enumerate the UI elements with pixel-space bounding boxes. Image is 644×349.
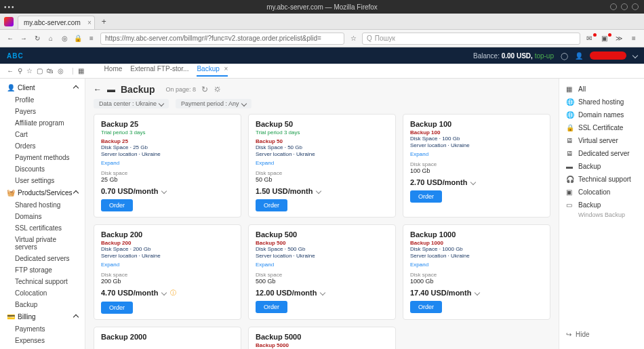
right-nav-item[interactable]: 🖥Dedicated server: [559, 147, 644, 160]
breadcrumb-current[interactable]: Backup ×: [197, 65, 228, 77]
nav-products-item[interactable]: Dedicated servers: [0, 253, 85, 264]
page-back-button[interactable]: ←: [94, 85, 102, 94]
order-button[interactable]: Order: [410, 190, 442, 203]
nav-products-item[interactable]: Backup: [0, 299, 85, 310]
grid-icon[interactable]: ▦: [78, 67, 84, 75]
nav-client-item[interactable]: Payment methods: [0, 152, 85, 163]
breadcrumb-home[interactable]: Home: [104, 65, 123, 77]
right-nav-item[interactable]: ▣Colocation: [559, 186, 644, 199]
search-bar[interactable]: Q Пошук: [362, 33, 580, 45]
collapse-icon[interactable]: [73, 314, 79, 319]
price-dropdown-icon[interactable]: [470, 180, 476, 185]
order-button[interactable]: Order: [410, 301, 442, 313]
star-icon[interactable]: ☆: [26, 67, 33, 75]
right-nav-item[interactable]: 🌐Shared hosting: [559, 96, 644, 108]
nav-products-item[interactable]: SSL certificates: [0, 222, 85, 234]
help-icon[interactable]: ◎: [58, 67, 64, 75]
overflow-menu-icon[interactable]: ≫: [614, 35, 624, 42]
nav-billing-item[interactable]: Expenses: [0, 335, 85, 346]
nav-client-item[interactable]: Affiliate program: [0, 117, 85, 129]
address-bar[interactable]: https://my.abc-server.com/billmgr#?func=…: [100, 33, 344, 45]
nav-products-item[interactable]: Technical support: [0, 276, 85, 287]
right-nav-backup-active[interactable]: ▭ Backup: [559, 199, 644, 211]
refresh-icon[interactable]: ↻: [201, 85, 208, 94]
box-icon[interactable]: ▢: [37, 67, 43, 75]
nav-products-item[interactable]: Shared hosting: [0, 199, 85, 211]
right-nav-item[interactable]: 🎧Technical support: [559, 173, 644, 186]
nav-products-item[interactable]: Virtual private servers: [0, 234, 85, 253]
nav-back-button[interactable]: ←: [5, 35, 15, 42]
right-nav-item[interactable]: ▦All: [559, 83, 644, 96]
right-nav-sub-item[interactable]: Windows Backup: [559, 211, 644, 218]
nav-client-item[interactable]: Cart: [0, 129, 85, 140]
collapse-icon[interactable]: [73, 190, 79, 195]
expand-link[interactable]: Expand: [410, 262, 543, 268]
os-close-icon[interactable]: [632, 3, 639, 10]
order-button[interactable]: Order: [256, 301, 287, 313]
settings-icon[interactable]: ⛭: [214, 85, 222, 94]
expand-link[interactable]: Expand: [101, 262, 234, 268]
user-icon[interactable]: 👤: [575, 52, 583, 60]
nav-client-item[interactable]: Profile: [0, 94, 85, 106]
expand-link[interactable]: Expand: [410, 151, 543, 157]
nav-forward-button[interactable]: →: [19, 35, 28, 42]
tab-close-icon[interactable]: ×: [87, 19, 92, 26]
nav-client-item[interactable]: User settings: [0, 175, 85, 186]
topup-link[interactable]: top-up: [535, 52, 554, 60]
expand-link[interactable]: Expand: [256, 160, 388, 166]
nav-products-item[interactable]: FTP storage: [0, 264, 85, 276]
bookmark-star-icon[interactable]: ☆: [348, 35, 358, 42]
new-tab-button[interactable]: +: [98, 17, 110, 26]
order-button[interactable]: Order: [101, 199, 133, 211]
right-nav-item[interactable]: 🌐Domain names: [559, 108, 644, 121]
os-min-icon[interactable]: [610, 3, 617, 10]
inbox-icon[interactable]: ✉: [584, 35, 594, 42]
notification-icon[interactable]: ◯: [561, 52, 568, 60]
brand-logo[interactable]: ABC: [7, 52, 24, 60]
right-nav-item[interactable]: 🖥Virtual server: [559, 134, 644, 147]
nav-client-item[interactable]: Discounts: [0, 163, 85, 175]
breadcrumb-close-icon[interactable]: ×: [224, 65, 228, 73]
cart-icon[interactable]: 🛍: [47, 67, 54, 75]
permission-icon[interactable]: ≡: [87, 35, 96, 42]
shield-icon[interactable]: ◎: [60, 35, 69, 42]
nav-group-products[interactable]: 🧺Products/Services: [0, 186, 85, 199]
nav-products-item[interactable]: Colocation: [0, 287, 85, 299]
hide-panel-button[interactable]: ↪ Hide: [559, 327, 644, 342]
pin-icon[interactable]: ⚲: [18, 67, 22, 75]
breadcrumb-external[interactable]: External FTP-stor...: [130, 65, 188, 77]
nav-home-button[interactable]: ⌂: [46, 35, 56, 42]
nav-group-client[interactable]: 👤Client: [0, 81, 85, 94]
filter-period[interactable]: Payment period : Any: [176, 99, 251, 108]
order-button[interactable]: Order: [256, 199, 287, 211]
collapse-icon[interactable]: [73, 85, 79, 90]
filter-datacenter[interactable]: Data center : Ukraine: [94, 99, 169, 108]
expand-link[interactable]: Expand: [256, 262, 388, 268]
nav-products-item[interactable]: Domains: [0, 211, 85, 222]
category-icon: 🎧: [566, 176, 574, 183]
nav-client-item[interactable]: Payers: [0, 106, 85, 117]
nav-group-billing[interactable]: 💳Billing: [0, 310, 85, 323]
nav-reload-button[interactable]: ↻: [33, 35, 42, 42]
hamburger-menu-icon[interactable]: ≡: [629, 35, 639, 42]
price-dropdown-icon[interactable]: [316, 188, 321, 194]
extension-icon[interactable]: ▣: [599, 35, 609, 42]
right-nav-item[interactable]: ▬Backup: [559, 160, 644, 173]
page-title: Backup: [121, 84, 155, 95]
right-nav-item[interactable]: 🔒SSL Certificate: [559, 121, 644, 134]
os-menu-dots[interactable]: •••: [4, 3, 16, 11]
os-max-icon[interactable]: [621, 3, 628, 10]
nav-back-small-icon[interactable]: ←: [7, 67, 14, 75]
price-dropdown-icon[interactable]: [161, 188, 167, 194]
price-dropdown-icon[interactable]: [161, 290, 167, 295]
expand-link[interactable]: Expand: [101, 160, 234, 166]
nav-client-item[interactable]: Orders: [0, 140, 85, 152]
browser-tab[interactable]: my.abc-server.com ×: [18, 16, 95, 29]
price-dropdown-icon[interactable]: [475, 289, 480, 295]
warning-icon[interactable]: ⓘ: [170, 289, 176, 297]
user-menu-chevron-icon[interactable]: [632, 53, 638, 58]
order-button[interactable]: Order: [101, 302, 133, 314]
nav-billing-item[interactable]: Payments: [0, 323, 85, 335]
user-menu[interactable]: [590, 52, 626, 60]
price-dropdown-icon[interactable]: [320, 289, 325, 295]
